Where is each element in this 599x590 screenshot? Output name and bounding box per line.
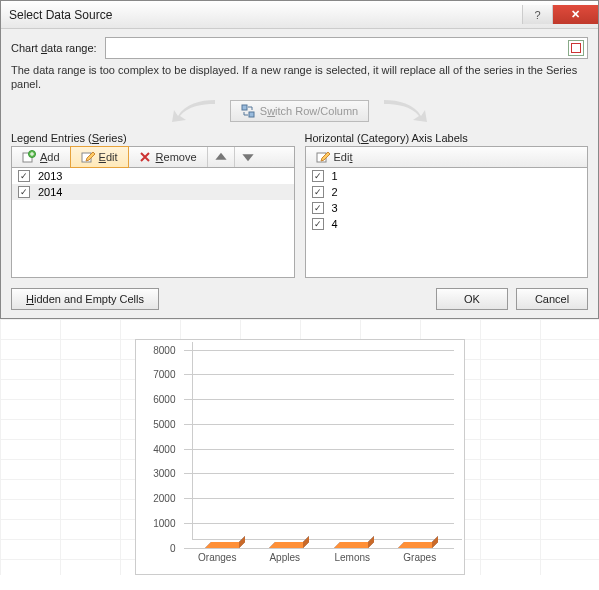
categories-toolbar: Edit (305, 146, 589, 168)
series-toolbar: Add Edit Remove (11, 146, 295, 168)
category-item[interactable]: ✓3 (306, 200, 588, 216)
category-label: 3 (332, 202, 338, 214)
series-header: Legend Entries (Series) (11, 132, 295, 144)
arrow-left-icon (160, 98, 220, 124)
edit-series-button[interactable]: Edit (70, 146, 129, 168)
category-item[interactable]: ✓2 (306, 184, 588, 200)
cancel-button[interactable]: Cancel (516, 288, 588, 310)
remove-icon (138, 150, 152, 164)
category-label: 1 (332, 170, 338, 182)
edit-icon (81, 150, 95, 164)
x-tick-label: Grapes (386, 552, 454, 570)
ok-button[interactable]: OK (436, 288, 508, 310)
up-icon (214, 150, 228, 164)
y-tick-label: 7000 (153, 369, 175, 380)
series-item[interactable]: ✓2013 (12, 168, 294, 184)
switch-icon (241, 104, 255, 118)
select-data-source-dialog: Select Data Source ? ✕ Chart data range:… (0, 0, 599, 319)
series-label: 2014 (38, 186, 62, 198)
chart-data-range-label: Chart data range: (11, 42, 97, 54)
y-tick-label: 0 (170, 542, 176, 553)
y-tick-label: 5000 (153, 418, 175, 429)
bottom-row: Hidden and Empty Cells OK Cancel (11, 288, 588, 310)
category-item[interactable]: ✓1 (306, 168, 588, 184)
y-tick-label: 1000 (153, 517, 175, 528)
chart-data-range-row: Chart data range: (11, 37, 588, 59)
hidden-empty-cells-button[interactable]: Hidden and Empty Cells (11, 288, 159, 310)
arrow-right-icon (379, 98, 439, 124)
spreadsheet-area: 010002000300040005000600070008000 Orange… (0, 319, 599, 575)
help-button[interactable]: ? (522, 5, 552, 24)
series-label: 2013 (38, 170, 62, 182)
down-icon (241, 150, 255, 164)
y-tick-label: 3000 (153, 468, 175, 479)
edit-categories-button[interactable]: Edit (306, 147, 363, 167)
window-controls: ? ✕ (522, 5, 598, 24)
add-icon (22, 150, 36, 164)
y-tick-label: 2000 (153, 493, 175, 504)
x-axis: OrangesApplesLemonsGrapes (184, 552, 454, 570)
category-item[interactable]: ✓4 (306, 216, 588, 232)
checkbox-icon[interactable]: ✓ (18, 170, 30, 182)
checkbox-icon[interactable]: ✓ (312, 186, 324, 198)
categories-header: Horizontal (Category) Axis Labels (305, 132, 589, 144)
category-label: 2 (332, 186, 338, 198)
y-axis: 010002000300040005000600070008000 (136, 350, 180, 548)
columns: Legend Entries (Series) Add Edit Remove (11, 132, 588, 278)
dialog-title: Select Data Source (9, 8, 112, 22)
y-tick-label: 4000 (153, 443, 175, 454)
chart[interactable]: 010002000300040005000600070008000 Orange… (135, 339, 465, 575)
x-tick-label: Oranges (184, 552, 252, 570)
add-series-button[interactable]: Add (12, 147, 71, 167)
y-tick-label: 6000 (153, 394, 175, 405)
categories-column: Horizontal (Category) Axis Labels Edit ✓… (305, 132, 589, 278)
chart-data-range-input[interactable] (105, 37, 588, 59)
remove-series-button[interactable]: Remove (128, 147, 208, 167)
x-tick-label: Apples (251, 552, 319, 570)
bottom-right-buttons: OK Cancel (436, 288, 588, 310)
checkbox-icon[interactable]: ✓ (18, 186, 30, 198)
svg-rect-1 (249, 112, 254, 117)
svg-rect-0 (242, 105, 247, 110)
switch-row: Switch Row/Column (11, 96, 588, 126)
dialog-content: Chart data range: The data range is too … (1, 29, 598, 318)
checkbox-icon[interactable]: ✓ (312, 202, 324, 214)
move-up-button[interactable] (208, 147, 235, 167)
titlebar: Select Data Source ? ✕ (1, 1, 598, 29)
edit-icon (316, 150, 330, 164)
checkbox-icon[interactable]: ✓ (312, 170, 324, 182)
series-list[interactable]: ✓2013✓2014 (11, 168, 295, 278)
plot-area (184, 350, 454, 548)
categories-list[interactable]: ✓1✓2✓3✓4 (305, 168, 589, 278)
series-column: Legend Entries (Series) Add Edit Remove (11, 132, 295, 278)
checkbox-icon[interactable]: ✓ (312, 218, 324, 230)
range-picker-icon[interactable] (568, 40, 584, 56)
bars (184, 350, 454, 548)
x-tick-label: Lemons (319, 552, 387, 570)
move-down-button[interactable] (235, 147, 261, 167)
switch-row-column-button[interactable]: Switch Row/Column (230, 100, 369, 122)
y-tick-label: 8000 (153, 344, 175, 355)
close-button[interactable]: ✕ (552, 5, 598, 24)
switch-label: Switch Row/Column (260, 105, 358, 117)
category-label: 4 (332, 218, 338, 230)
series-item[interactable]: ✓2014 (12, 184, 294, 200)
range-warning-text: The data range is too complex to be disp… (11, 63, 588, 92)
